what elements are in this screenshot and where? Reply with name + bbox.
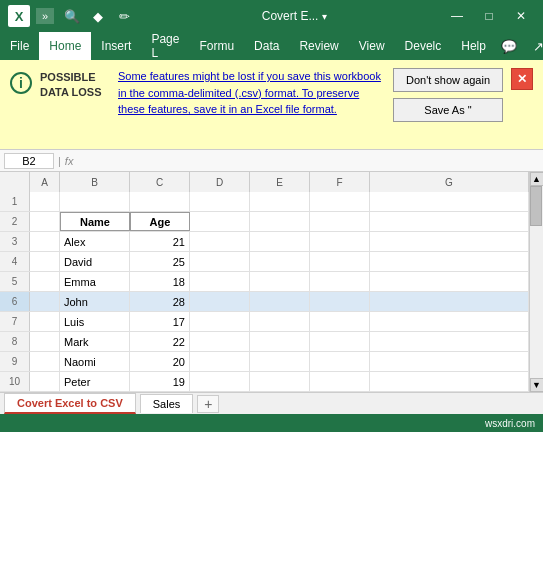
cell-f1[interactable]	[310, 192, 370, 211]
dont-show-again-button[interactable]: Don't show again	[393, 68, 503, 92]
cell-e6[interactable]	[250, 292, 310, 311]
col-header-d[interactable]: D	[190, 172, 250, 192]
sheet-tab-active[interactable]: Covert Excel to CSV	[4, 393, 136, 414]
cell-g10[interactable]	[370, 372, 529, 391]
col-header-f[interactable]: F	[310, 172, 370, 192]
cell-c7[interactable]: 17	[130, 312, 190, 331]
col-header-e[interactable]: E	[250, 172, 310, 192]
cell-f10[interactable]	[310, 372, 370, 391]
cell-b2[interactable]: Name	[60, 212, 130, 231]
cell-e7[interactable]	[250, 312, 310, 331]
cell-a4[interactable]	[30, 252, 60, 271]
tab-home[interactable]: Home	[39, 32, 91, 60]
cell-b5[interactable]: Emma	[60, 272, 130, 291]
col-header-g[interactable]: G	[370, 172, 529, 192]
cell-g8[interactable]	[370, 332, 529, 351]
cell-a2[interactable]	[30, 212, 60, 231]
pen-icon[interactable]: ✏	[114, 6, 134, 26]
cell-b9[interactable]: Naomi	[60, 352, 130, 371]
tab-insert[interactable]: Insert	[91, 32, 141, 60]
cell-d4[interactable]	[190, 252, 250, 271]
cell-e4[interactable]	[250, 252, 310, 271]
warning-close-button[interactable]: ✕	[511, 68, 533, 90]
cell-d2[interactable]	[190, 212, 250, 231]
cell-e10[interactable]	[250, 372, 310, 391]
cell-b4[interactable]: David	[60, 252, 130, 271]
maximize-button[interactable]: □	[475, 4, 503, 28]
cell-f6[interactable]	[310, 292, 370, 311]
vertical-scrollbar[interactable]: ▲ ▼	[529, 172, 543, 392]
comment-icon[interactable]: 💬	[496, 33, 522, 59]
quick-access-more[interactable]: »	[36, 8, 54, 24]
cell-c2[interactable]: Age	[130, 212, 190, 231]
cell-e1[interactable]	[250, 192, 310, 211]
save-as-button[interactable]: Save As "	[393, 98, 503, 122]
sheet-tab-sales[interactable]: Sales	[140, 394, 194, 413]
tab-developer[interactable]: Develc	[395, 32, 452, 60]
cell-a1[interactable]	[30, 192, 60, 211]
tab-formulas[interactable]: Formu	[189, 32, 244, 60]
tab-page-layout[interactable]: Page L	[141, 32, 189, 60]
search-icon[interactable]: 🔍	[62, 6, 82, 26]
cell-e9[interactable]	[250, 352, 310, 371]
cell-c10[interactable]: 19	[130, 372, 190, 391]
cell-f4[interactable]	[310, 252, 370, 271]
cell-f9[interactable]	[310, 352, 370, 371]
cell-d1[interactable]	[190, 192, 250, 211]
cell-f2[interactable]	[310, 212, 370, 231]
cell-f5[interactable]	[310, 272, 370, 291]
cell-d10[interactable]	[190, 372, 250, 391]
cell-d3[interactable]	[190, 232, 250, 251]
add-sheet-button[interactable]: +	[197, 395, 219, 413]
scroll-thumb[interactable]	[530, 186, 542, 226]
cell-a5[interactable]	[30, 272, 60, 291]
cell-g3[interactable]	[370, 232, 529, 251]
cell-f7[interactable]	[310, 312, 370, 331]
minimize-button[interactable]: —	[443, 4, 471, 28]
cell-c4[interactable]: 25	[130, 252, 190, 271]
cell-c9[interactable]: 20	[130, 352, 190, 371]
cell-e5[interactable]	[250, 272, 310, 291]
cell-a9[interactable]	[30, 352, 60, 371]
cell-c1[interactable]	[130, 192, 190, 211]
cell-d9[interactable]	[190, 352, 250, 371]
cell-a3[interactable]	[30, 232, 60, 251]
tab-file[interactable]: File	[0, 32, 39, 60]
diamond-icon[interactable]: ◆	[88, 6, 108, 26]
scroll-down-button[interactable]: ▼	[530, 378, 544, 392]
cell-b7[interactable]: Luis	[60, 312, 130, 331]
cell-g9[interactable]	[370, 352, 529, 371]
cell-g5[interactable]	[370, 272, 529, 291]
cell-a7[interactable]	[30, 312, 60, 331]
cell-e8[interactable]	[250, 332, 310, 351]
cell-a10[interactable]	[30, 372, 60, 391]
scroll-up-button[interactable]: ▲	[530, 172, 544, 186]
cell-a8[interactable]	[30, 332, 60, 351]
cell-b10[interactable]: Peter	[60, 372, 130, 391]
cell-g2[interactable]	[370, 212, 529, 231]
cell-g4[interactable]	[370, 252, 529, 271]
close-button[interactable]: ✕	[507, 4, 535, 28]
col-header-b[interactable]: B	[60, 172, 130, 192]
tab-view[interactable]: View	[349, 32, 395, 60]
cell-e2[interactable]	[250, 212, 310, 231]
cell-d6[interactable]	[190, 292, 250, 311]
cell-a6[interactable]	[30, 292, 60, 311]
cell-c5[interactable]: 18	[130, 272, 190, 291]
cell-c3[interactable]: 21	[130, 232, 190, 251]
cell-e3[interactable]	[250, 232, 310, 251]
tab-review[interactable]: Review	[289, 32, 348, 60]
cell-d8[interactable]	[190, 332, 250, 351]
share-icon[interactable]: ↗	[526, 33, 543, 59]
col-header-a[interactable]: A	[30, 172, 60, 192]
tab-data[interactable]: Data	[244, 32, 289, 60]
cell-g7[interactable]	[370, 312, 529, 331]
tab-help[interactable]: Help	[451, 32, 496, 60]
cell-f3[interactable]	[310, 232, 370, 251]
col-header-c[interactable]: C	[130, 172, 190, 192]
cell-d5[interactable]	[190, 272, 250, 291]
cell-b6[interactable]: John	[60, 292, 130, 311]
cell-g6[interactable]	[370, 292, 529, 311]
name-box[interactable]	[4, 153, 54, 169]
cell-c6[interactable]: 28	[130, 292, 190, 311]
